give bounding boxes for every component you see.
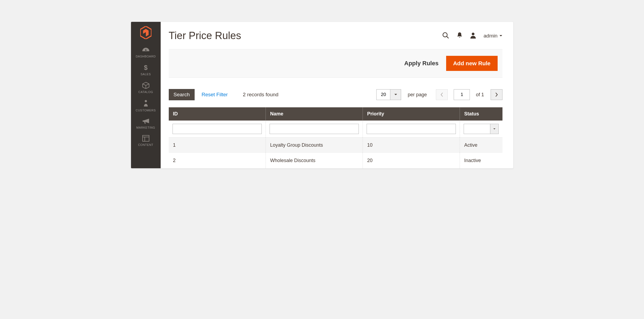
col-header-id[interactable]: ID [169, 107, 266, 121]
sidebar-item-content[interactable]: CONTENT [131, 133, 161, 150]
cell-id: 2 [169, 153, 266, 168]
magento-logo-icon [140, 26, 151, 40]
header-actions: admin [442, 32, 502, 40]
current-page-input[interactable] [454, 89, 470, 100]
col-header-name[interactable]: Name [266, 107, 363, 121]
filter-id-input[interactable] [173, 124, 262, 134]
caret-down-icon [493, 128, 496, 130]
page-size-input[interactable] [376, 89, 390, 100]
cell-priority: 20 [363, 153, 460, 168]
svg-text:$: $ [144, 64, 148, 71]
svg-line-6 [447, 36, 449, 38]
cell-status: Inactive [460, 153, 502, 168]
page-size-dropdown[interactable] [390, 89, 401, 100]
user-icon[interactable] [470, 32, 476, 40]
sidebar-item-label: MARKETING [136, 126, 155, 129]
megaphone-icon [142, 118, 150, 124]
chevron-left-icon [440, 92, 443, 97]
sidebar-item-catalog[interactable]: CATALOG [131, 80, 161, 97]
cell-name: Wholesale Discounts [266, 153, 363, 168]
bell-icon[interactable] [457, 32, 463, 40]
search-icon[interactable] [442, 32, 449, 40]
account-dropdown[interactable]: admin [484, 33, 502, 39]
app-window: DASHBOARD $ SALES CATALOG CUSTOMERS MARK… [131, 22, 514, 169]
sidebar-item-label: CATALOG [138, 90, 153, 94]
main-content: Tier Price Rules admin Apply Rules Ad [161, 22, 513, 168]
col-header-priority[interactable]: Priority [363, 107, 460, 121]
next-page-button[interactable] [491, 89, 502, 100]
sidebar-item-sales[interactable]: $ SALES [131, 62, 161, 80]
svg-point-1 [145, 100, 147, 102]
sidebar-item-dashboard[interactable]: DASHBOARD [131, 45, 161, 62]
cell-priority: 10 [363, 138, 460, 153]
sidebar-item-label: SALES [141, 73, 151, 76]
page-size-control [376, 89, 401, 100]
cell-status: Active [460, 138, 502, 153]
caret-down-icon [394, 94, 397, 96]
rules-table: ID Name Priority Status [169, 107, 502, 168]
records-found-label: 2 records found [243, 92, 278, 98]
caret-down-icon [499, 35, 502, 37]
person-icon [143, 100, 148, 107]
filter-row [169, 121, 502, 138]
svg-point-7 [472, 33, 474, 35]
cell-id: 1 [169, 138, 266, 153]
svg-rect-2 [143, 135, 149, 141]
filter-name-input[interactable] [270, 124, 359, 134]
box-icon [142, 82, 150, 89]
layout-icon [142, 135, 149, 142]
page-of-label: of 1 [476, 92, 484, 98]
sidebar-item-label: DASHBOARD [136, 55, 156, 58]
sidebar-item-label: CONTENT [138, 143, 153, 146]
filter-status-select[interactable] [464, 124, 490, 134]
account-label: admin [484, 33, 498, 39]
action-bar: Apply Rules Add new Rule [169, 49, 502, 78]
per-page-label: per page [408, 92, 427, 98]
add-new-rule-button[interactable]: Add new Rule [446, 56, 498, 71]
reset-filter-link[interactable]: Reset Filter [202, 92, 228, 98]
chevron-right-icon [495, 92, 498, 97]
dollar-icon: $ [144, 64, 148, 71]
apply-rules-button[interactable]: Apply Rules [404, 60, 439, 67]
svg-point-5 [443, 33, 447, 37]
grid-toolbar: Search Reset Filter 2 records found per … [169, 89, 502, 100]
sidebar: DASHBOARD $ SALES CATALOG CUSTOMERS MARK… [131, 22, 161, 168]
page-header: Tier Price Rules admin [169, 22, 502, 49]
page-title: Tier Price Rules [169, 30, 241, 42]
table-row[interactable]: 2 Wholesale Discounts 20 Inactive [169, 153, 502, 168]
filter-status-dropdown[interactable] [490, 124, 499, 134]
search-button[interactable]: Search [169, 89, 195, 100]
dashboard-icon [142, 47, 150, 53]
sidebar-item-marketing[interactable]: MARKETING [131, 116, 161, 133]
prev-page-button[interactable] [436, 89, 448, 100]
filter-priority-input[interactable] [367, 124, 456, 134]
col-header-status[interactable]: Status [460, 107, 502, 121]
cell-name: Loyalty Group Discounts [266, 138, 363, 153]
sidebar-item-customers[interactable]: CUSTOMERS [131, 97, 161, 116]
sidebar-item-label: CUSTOMERS [136, 109, 156, 112]
table-row[interactable]: 1 Loyalty Group Discounts 10 Active [169, 138, 502, 153]
